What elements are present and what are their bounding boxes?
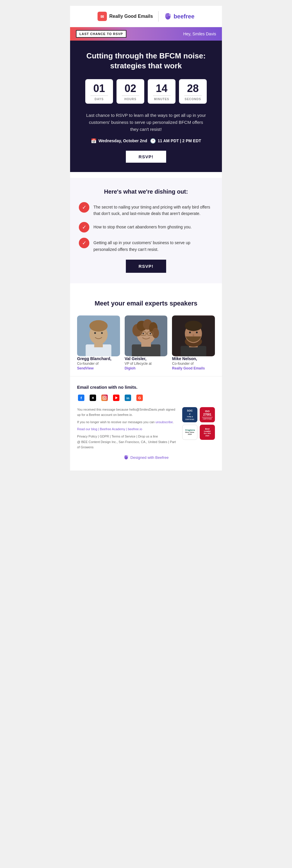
days-number: 01 (93, 83, 105, 94)
header: ✉ Really Good Emails beefree (70, 6, 222, 27)
check-icon-3: ✓ (79, 238, 89, 248)
clock-icon: 🕐 (150, 138, 156, 144)
beefree-io-link[interactable]: beefree.io (128, 427, 142, 431)
linkedin-icon[interactable]: in (124, 394, 132, 402)
minutes-number: 14 (156, 83, 167, 94)
svg-point-33 (196, 332, 198, 333)
countdown-divider-3 (153, 95, 170, 96)
seconds-label: SECONDS (185, 97, 201, 101)
footer-right: SOC 2 TYPE II CERTIFIED ISO 27001 CERTIF… (182, 407, 215, 440)
speaker-card-3: Mike Nelson, Co-founder of Really Good E… (172, 315, 215, 370)
event-date-text: Wednesday, October 2nd (98, 138, 147, 143)
powered-by-text: Designed with Beefree (131, 455, 169, 460)
footer-left: You received this message because hello@… (77, 407, 176, 450)
rsvp-button-features[interactable]: RSVP! (126, 260, 166, 273)
svg-point-25 (150, 333, 151, 334)
svg-rect-27 (181, 346, 206, 356)
svg-text:f: f (80, 396, 82, 400)
speakers-section: Meet your email experts speakers (70, 289, 222, 376)
youtube-icon[interactable] (112, 394, 120, 402)
svg-point-24 (142, 333, 144, 334)
footer-policy: Privacy Policy | GDPR | Terms of Service… (77, 434, 176, 450)
seconds-number: 28 (187, 83, 199, 94)
banner-greeting: Hey, Smiles Davis (183, 32, 216, 36)
speaker-2-avatar (125, 315, 168, 356)
contact-link[interactable]: Drop us a line (138, 435, 158, 438)
footer-powered: Designed with Beefree (77, 450, 215, 465)
badges-top-row: SOC 2 TYPE II CERTIFIED ISO 27001 CERTIF… (182, 407, 215, 422)
speaker-1-avatar (77, 315, 120, 356)
svg-point-31 (185, 321, 202, 331)
soc-badge: SOC 2 TYPE II CERTIFIED (182, 407, 197, 422)
speaker-2-company[interactable]: Digioh (125, 366, 168, 370)
feature-text-2: How to stop those cart abandoners from g… (93, 222, 192, 230)
speaker-3-photo (172, 315, 215, 356)
academy-link[interactable]: Beefree Academy (100, 427, 125, 431)
speaker-2-photo (125, 315, 168, 356)
beefree-icon (164, 12, 172, 21)
beefree-logo: beefree (164, 12, 194, 21)
rsvp-button-hero[interactable]: RSVP! (125, 150, 167, 163)
hero-body-text: Last chance to RSVP to learn all the way… (85, 112, 207, 133)
svg-point-34 (193, 334, 194, 337)
speaker-3-company[interactable]: Really Good Emails (172, 366, 215, 370)
svg-point-9 (89, 320, 108, 332)
speaker-1-company[interactable]: SendView (77, 366, 120, 370)
instagram-icon[interactable] (100, 394, 109, 402)
speaker-card-1: Gregg Blanchard, Co-founder of SendView (77, 315, 120, 370)
unsubscribe-link[interactable]: unsubscribe (155, 420, 172, 424)
svg-point-11 (101, 332, 103, 334)
feature-item-2: ✓ How to stop those cart abandoners from… (79, 222, 213, 232)
email-container: ✉ Really Good Emails beefree LAST CHANCE… (70, 6, 222, 470)
rge-icon: ✉ (98, 12, 107, 21)
svg-point-3 (165, 13, 168, 17)
footer-text-1: You received this message because hello@… (77, 407, 176, 417)
facebook-icon[interactable]: f (77, 394, 85, 402)
feature-item-3: ✓ Getting all up in your customers' busi… (79, 238, 213, 253)
days-label: DAYS (95, 97, 104, 101)
speakers-title: Meet your email experts speakers (77, 300, 215, 307)
event-time-text: 11 AM PDT | 2 PM EDT (158, 138, 201, 143)
features-title: Here's what we're dishing out: (79, 188, 213, 195)
speaker-2-name: Val Geisler, (125, 356, 168, 361)
social-icons-row: f ✕ in G (77, 394, 215, 402)
hours-number: 02 (124, 83, 136, 94)
growens-link[interactable]: Growens (80, 445, 93, 449)
svg-text:in: in (126, 396, 129, 400)
check-icon-1: ✓ (79, 202, 89, 213)
rge-label: Really Good Emails (109, 14, 153, 19)
calendar-icon: 📅 (91, 138, 97, 144)
event-date: 📅 Wednesday, October 2nd (91, 138, 147, 144)
svg-point-50 (124, 455, 126, 458)
hours-label: HOURS (124, 97, 136, 101)
privacy-policy-link[interactable]: Privacy Policy (77, 435, 97, 438)
feature-text-1: The secret to nailing your timing and pr… (93, 202, 213, 217)
svg-point-32 (189, 332, 191, 333)
speaker-2-title: VP of Lifecycle at (125, 362, 168, 366)
features-section: Here's what we're dishing out: ✓ The sec… (70, 178, 222, 284)
countdown-divider-2 (122, 95, 139, 96)
blog-link[interactable]: Read our blog (77, 427, 97, 431)
g2-icon[interactable]: G (135, 394, 144, 402)
speaker-3-avatar (172, 315, 215, 356)
speaker-1-title: Co-founder of (77, 362, 120, 366)
footer-blog-links: Read our blog | Beefree Academy | beefre… (77, 427, 176, 431)
rge-logo: ✉ Really Good Emails (98, 12, 153, 21)
speaker-3-name: Mike Nelson, (172, 356, 215, 361)
svg-point-42 (106, 396, 106, 397)
iso-badge: ISO 27001 CERTIFIED (200, 407, 215, 422)
top-banner: LAST CHANCE TO RSVP Hey, Smiles Davis (70, 27, 222, 40)
hero-meta: 📅 Wednesday, October 2nd 🕐 11 AM PDT | 2… (79, 138, 213, 144)
countdown-divider-1 (91, 95, 108, 96)
svg-point-4 (168, 14, 171, 16)
minutes-label: MINUTES (154, 97, 169, 101)
terms-link[interactable]: Terms of Service (111, 435, 135, 438)
svg-text:✉: ✉ (100, 14, 104, 19)
speaker-1-name: Gregg Blanchard, (77, 356, 120, 361)
svg-point-51 (126, 455, 128, 457)
twitter-x-icon[interactable]: ✕ (89, 394, 97, 402)
svg-text:G: G (138, 396, 141, 400)
gdpr-link[interactable]: GDPR (100, 435, 109, 438)
speaker-card-2: Val Geisler, VP of Lifecycle at Digioh (125, 315, 168, 370)
countdown-timer: 01 DAYS 02 HOURS 14 MINUTES 28 SECONDS (79, 79, 213, 104)
